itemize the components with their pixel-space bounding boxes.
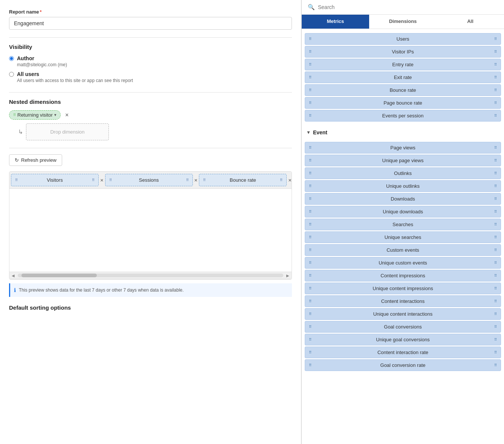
metric-unique-downloads[interactable]: ⠿ Unique downloads ⠿ bbox=[305, 206, 501, 217]
metric-visitor-ips[interactable]: ⠿ Visitor IPs ⠿ bbox=[305, 46, 501, 58]
metric-content-interaction-rate[interactable]: ⠿ Content interaction rate ⠿ bbox=[305, 347, 501, 358]
col-sessions-remove[interactable]: × bbox=[194, 177, 198, 183]
metric-unique-goal-conversions[interactable]: ⠿ Unique goal conversions ⠿ bbox=[305, 334, 501, 345]
preview-col-sessions[interactable]: ⠿ Sessions ⠿ bbox=[105, 174, 193, 186]
metric-entry-rate[interactable]: ⠿ Entry rate ⠿ bbox=[305, 59, 501, 70]
metric-drag-right: ⠿ bbox=[494, 363, 497, 368]
scroll-left-arrow[interactable]: ◀ bbox=[12, 274, 15, 278]
metric-content-interactions[interactable]: ⠿ Content interactions ⠿ bbox=[305, 295, 501, 307]
metric-drag-right: ⠿ bbox=[494, 325, 497, 329]
refresh-preview-button[interactable]: ↻ Refresh preview bbox=[9, 154, 62, 166]
metric-drag-right: ⠿ bbox=[494, 350, 497, 355]
metric-drag-left: ⠿ bbox=[309, 235, 312, 240]
visibility-section: Visibility Author matt@sitelogic.com (me… bbox=[9, 44, 292, 83]
metric-outlinks-label: Outlinks bbox=[394, 170, 412, 176]
dimension-chip[interactable]: ⠿ Returning visitor ▾ bbox=[9, 110, 61, 120]
event-metrics-list: ⠿ Page views ⠿ ⠿ Unique page views ⠿ ⠿ O… bbox=[302, 138, 504, 375]
metric-drag-left: ⠿ bbox=[309, 88, 312, 93]
info-bar: ℹ This preview shows data for the last 7… bbox=[9, 283, 292, 297]
metric-searches-label: Searches bbox=[393, 222, 413, 227]
metric-goal-conversion-rate[interactable]: ⠿ Goal conversion rate ⠿ bbox=[305, 359, 501, 371]
indent-arrow-icon: ↳ bbox=[18, 128, 23, 135]
metric-bounce-rate[interactable]: ⠿ Bounce rate ⠿ bbox=[305, 84, 501, 96]
radio-author: Author matt@sitelogic.com (me) bbox=[9, 55, 292, 67]
metric-unique-page-views-label: Unique page views bbox=[382, 158, 424, 163]
metric-entry-rate-label: Entry rate bbox=[392, 62, 413, 67]
search-bar: 🔍 bbox=[302, 0, 504, 15]
drop-placeholder-text: Drop dimension bbox=[50, 129, 84, 135]
metric-downloads[interactable]: ⠿ Downloads ⠿ bbox=[305, 193, 501, 205]
metric-drag-right: ⠿ bbox=[494, 286, 497, 291]
preview-col-bounce[interactable]: ⠿ Bounce rate ⠿ bbox=[199, 174, 287, 186]
metric-unique-custom-events[interactable]: ⠿ Unique custom events ⠿ bbox=[305, 257, 501, 269]
metric-unique-searches[interactable]: ⠿ Unique searches ⠿ bbox=[305, 231, 501, 243]
col-drag-icon-right: ⠿ bbox=[92, 178, 95, 182]
metric-drag-right: ⠿ bbox=[494, 338, 497, 342]
metric-drag-right: ⠿ bbox=[494, 37, 497, 41]
event-section-chevron[interactable]: ▼ bbox=[306, 130, 311, 135]
metric-drag-right: ⠿ bbox=[494, 312, 497, 316]
scroll-right-arrow[interactable]: ▶ bbox=[286, 274, 289, 278]
metric-drag-left: ⠿ bbox=[309, 210, 312, 214]
metric-drag-left: ⠿ bbox=[309, 75, 312, 80]
metric-unique-content-interactions[interactable]: ⠿ Unique content interactions ⠿ bbox=[305, 308, 501, 320]
metric-users-label: Users bbox=[397, 36, 409, 42]
metric-events-per-session-label: Events per session bbox=[382, 113, 424, 119]
radio-all-users: All users All users with access to this … bbox=[9, 71, 292, 83]
metric-unique-content-interactions-label: Unique content interactions bbox=[373, 311, 433, 317]
metric-drag-left: ⠿ bbox=[309, 325, 312, 329]
metric-drag-right: ⠿ bbox=[494, 235, 497, 240]
scrollbar-track[interactable] bbox=[18, 274, 283, 277]
report-name-group: Report name* bbox=[9, 9, 292, 30]
chip-label: Returning visitor bbox=[17, 112, 53, 118]
metric-unique-content-impressions[interactable]: ⠿ Unique content impressions ⠿ bbox=[305, 283, 501, 294]
metric-goal-conversions[interactable]: ⠿ Goal conversions ⠿ bbox=[305, 321, 501, 333]
metric-drag-right: ⠿ bbox=[494, 158, 497, 163]
tab-all[interactable]: All bbox=[437, 15, 504, 29]
metric-custom-events[interactable]: ⠿ Custom events ⠿ bbox=[305, 244, 501, 256]
radio-all-input[interactable] bbox=[9, 72, 14, 77]
refresh-icon: ↻ bbox=[15, 157, 19, 163]
metric-unique-page-views[interactable]: ⠿ Unique page views ⠿ bbox=[305, 155, 501, 166]
radio-author-input[interactable] bbox=[9, 56, 14, 61]
report-name-input[interactable] bbox=[9, 17, 292, 30]
scrollbar-thumb[interactable] bbox=[21, 274, 97, 277]
metric-goal-conversion-rate-label: Goal conversion rate bbox=[380, 362, 426, 368]
nested-dimensions-section: Nested dimensions ⠿ Returning visitor ▾ … bbox=[9, 99, 292, 140]
top-metrics-list: ⠿ Users ⠿ ⠿ Visitor IPs ⠿ ⠿ Entry rate ⠿… bbox=[302, 29, 504, 126]
metric-page-views[interactable]: ⠿ Page views ⠿ bbox=[305, 142, 501, 154]
left-panel: Report name* Visibility Author matt@site… bbox=[0, 0, 301, 444]
metric-searches[interactable]: ⠿ Searches ⠿ bbox=[305, 219, 501, 230]
preview-area: ⠿ Visitors ⠿ × ⠿ Sessions ⠿ × ⠿ Bounce r… bbox=[9, 171, 292, 280]
metric-outlinks[interactable]: ⠿ Outlinks ⠿ bbox=[305, 167, 501, 179]
metric-content-impressions[interactable]: ⠿ Content impressions ⠿ bbox=[305, 270, 501, 281]
search-input[interactable] bbox=[318, 4, 498, 10]
drop-dimension-zone[interactable]: Drop dimension bbox=[26, 123, 109, 140]
col-visitors-remove[interactable]: × bbox=[100, 177, 104, 183]
tab-metrics[interactable]: Metrics bbox=[302, 15, 369, 29]
metric-users[interactable]: ⠿ Users ⠿ bbox=[305, 33, 501, 45]
default-sorting-title: Default sorting options bbox=[9, 304, 292, 311]
visibility-title: Visibility bbox=[9, 44, 292, 50]
preview-col-visitors[interactable]: ⠿ Visitors ⠿ bbox=[11, 174, 99, 186]
search-icon: 🔍 bbox=[308, 4, 315, 11]
metric-drag-right: ⠿ bbox=[494, 50, 497, 54]
col-bounce-remove[interactable]: × bbox=[288, 177, 292, 183]
col-bounce-label: Bounce rate bbox=[230, 177, 256, 183]
metric-drag-left: ⠿ bbox=[309, 286, 312, 291]
metric-drag-left: ⠿ bbox=[309, 350, 312, 355]
metric-exit-rate[interactable]: ⠿ Exit rate ⠿ bbox=[305, 71, 501, 83]
metric-events-per-session[interactable]: ⠿ Events per session ⠿ bbox=[305, 110, 501, 122]
radio-author-sub: matt@sitelogic.com (me) bbox=[17, 62, 67, 67]
metric-drag-left: ⠿ bbox=[309, 114, 312, 118]
metric-bounce-rate-label: Bounce rate bbox=[389, 87, 416, 93]
tab-dimensions[interactable]: Dimensions bbox=[369, 15, 437, 29]
metric-drag-right: ⠿ bbox=[494, 274, 497, 278]
metric-page-bounce-rate[interactable]: ⠿ Page bounce rate ⠿ bbox=[305, 97, 501, 109]
metric-drag-left: ⠿ bbox=[309, 299, 312, 304]
metric-drag-left: ⠿ bbox=[309, 222, 312, 227]
scrollbar-area[interactable]: ◀ ▶ bbox=[9, 272, 292, 279]
metric-unique-outlinks-label: Unique outlinks bbox=[386, 183, 420, 189]
chip-close-button[interactable]: × bbox=[64, 112, 70, 119]
metric-unique-outlinks[interactable]: ⠿ Unique outlinks ⠿ bbox=[305, 180, 501, 192]
